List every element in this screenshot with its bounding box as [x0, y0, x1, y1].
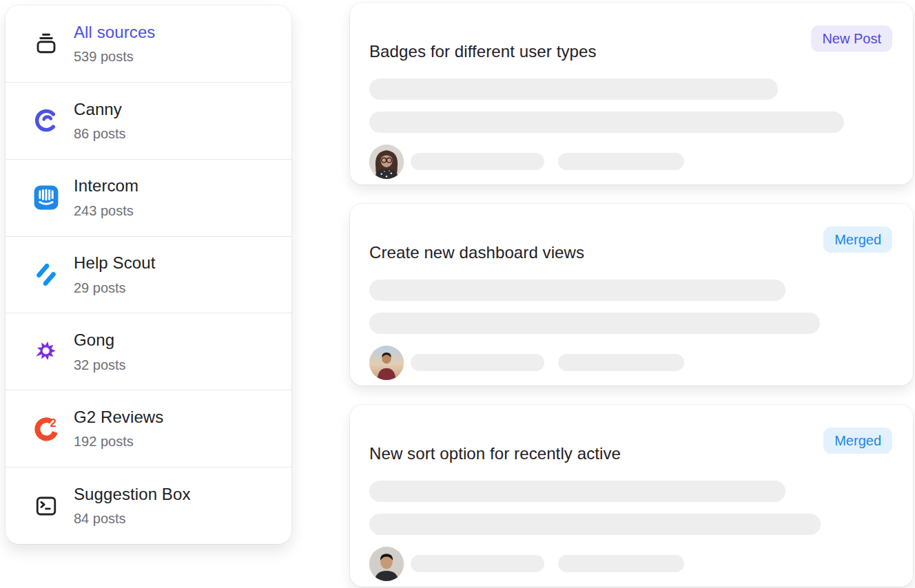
source-count: 539 posts — [74, 49, 155, 64]
sidebar-item-gong[interactable]: Gong 32 posts — [6, 313, 291, 390]
post-card[interactable]: Create new dashboard views Merged — [350, 204, 913, 386]
sources-sidebar: All sources 539 posts Canny 86 posts — [6, 6, 291, 544]
skeleton-text-line — [369, 514, 821, 535]
source-count: 32 posts — [74, 357, 126, 372]
canny-icon — [33, 107, 59, 134]
post-card[interactable]: Badges for different user types New Post — [350, 3, 913, 185]
source-label: Suggestion Box — [74, 485, 191, 503]
post-title: New sort option for recently active — [369, 443, 892, 464]
source-label: Canny — [74, 101, 126, 118]
source-label: Help Scout — [74, 254, 155, 272]
skeleton-meta-bar — [411, 354, 544, 371]
source-label: Intercom — [74, 177, 138, 195]
status-badge: New Post — [811, 25, 892, 52]
skeleton-text-line — [369, 280, 785, 301]
svg-text:2: 2 — [50, 417, 56, 430]
sidebar-item-help-scout[interactable]: Help Scout 29 posts — [6, 236, 291, 313]
skeleton-text-line — [369, 481, 785, 502]
sidebar-item-canny[interactable]: Canny 86 posts — [6, 82, 291, 159]
source-count: 192 posts — [74, 434, 163, 449]
skeleton-text-line — [369, 78, 778, 100]
suggestion-box-icon — [33, 493, 59, 519]
source-label: Gong — [74, 331, 126, 349]
source-count: 29 posts — [74, 280, 155, 295]
source-count: 84 posts — [74, 511, 191, 526]
sidebar-item-suggestion-box[interactable]: Suggestion Box 84 posts — [6, 467, 291, 544]
skeleton-meta-bar — [411, 153, 544, 170]
source-label: G2 Reviews — [74, 408, 163, 426]
all-sources-icon — [33, 30, 59, 56]
sidebar-item-intercom[interactable]: Intercom 243 posts — [6, 159, 291, 236]
source-count: 86 posts — [74, 126, 126, 141]
status-badge: Merged — [823, 428, 892, 454]
skeleton-text-line — [369, 313, 820, 334]
avatar — [369, 145, 404, 179]
post-title: Create new dashboard views — [369, 242, 892, 263]
avatar — [369, 346, 404, 380]
skeleton-meta-bar — [558, 153, 684, 170]
sidebar-item-g2-reviews[interactable]: 2 G2 Reviews 192 posts — [6, 390, 291, 467]
status-badge: Merged — [823, 227, 892, 253]
skeleton-meta-bar — [558, 354, 684, 371]
source-label: All sources — [74, 23, 155, 41]
skeleton-meta-bar — [411, 555, 544, 572]
g2-icon: 2 — [33, 416, 59, 442]
skeleton-meta-bar — [558, 555, 684, 572]
skeleton-text-line — [369, 112, 844, 133]
intercom-icon — [33, 185, 59, 211]
gong-icon — [33, 339, 59, 365]
source-count: 243 posts — [74, 203, 138, 218]
sidebar-item-all-sources[interactable]: All sources 539 posts — [6, 6, 291, 82]
post-card[interactable]: New sort option for recently active Merg… — [350, 405, 913, 587]
helpscout-icon — [33, 262, 59, 288]
avatar — [369, 547, 404, 581]
